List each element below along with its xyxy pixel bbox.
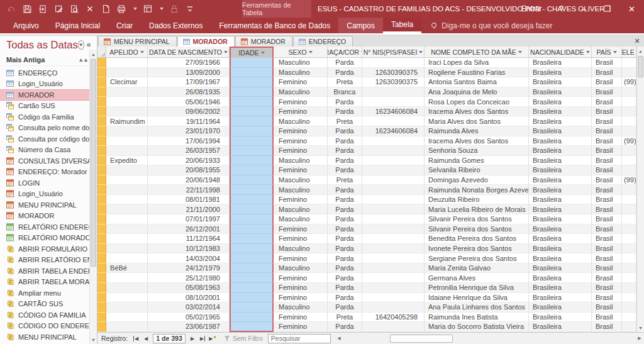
cell[interactable]: Ana Joaquina de Melo [425, 87, 529, 97]
cell[interactable] [622, 234, 636, 244]
cell[interactable] [106, 313, 148, 323]
cell[interactable]: Parda [328, 244, 362, 254]
cell[interactable] [106, 273, 148, 283]
cell[interactable]: 16420405298 [362, 313, 425, 323]
doc-tab-morador[interactable]: MORADOR [177, 36, 235, 47]
cell[interactable]: Feminino [274, 234, 328, 244]
delete-icon[interactable] [85, 4, 95, 14]
scrollbar-thumb[interactable] [638, 56, 643, 77]
cell[interactable] [362, 293, 425, 303]
cell[interactable]: Domingas Azevedo [425, 175, 529, 186]
cell[interactable]: Selvanila Ribeiro [425, 165, 529, 175]
cell[interactable] [230, 253, 274, 264]
cell[interactable]: Brasil [592, 204, 622, 214]
cell[interactable] [230, 77, 274, 87]
column-header-n-nis-pis-pasei[interactable]: N° NIS(PIS/PASEI [362, 47, 425, 58]
previous-record-button[interactable]: ◀ [141, 334, 151, 343]
cell[interactable]: Feminino [274, 322, 328, 332]
cell[interactable]: 12630390375 [362, 77, 425, 87]
cell[interactable]: Feminino [274, 165, 328, 175]
cell[interactable] [362, 264, 425, 274]
record-selector[interactable] [97, 253, 106, 264]
cell[interactable]: Masculino [274, 214, 328, 225]
record-selector[interactable] [97, 97, 106, 107]
cell[interactable]: Parda [328, 273, 362, 283]
cell[interactable]: Silvanir Pereira dos Santos [425, 225, 529, 235]
cell[interactable]: Deuzuita Ribeiro [425, 195, 529, 205]
cell[interactable]: Masculino [274, 264, 328, 274]
record-selector[interactable] [97, 214, 106, 225]
cell[interactable]: 26/03/1957 [148, 146, 230, 156]
nav-group-header[interactable]: Mais Antiga ▲▲ [0, 53, 97, 66]
cell[interactable]: Brasil [592, 116, 622, 126]
record-selector[interactable] [97, 136, 106, 147]
record-selector[interactable] [97, 58, 106, 68]
column-header-sexo[interactable]: SEXO [274, 47, 328, 58]
cell[interactable]: Iracema Alves dos Santos [425, 107, 529, 117]
cell[interactable]: Maria do Socorro Batista Vieira [425, 322, 529, 332]
cell[interactable]: 05/06/1946 [148, 97, 230, 107]
cell[interactable] [622, 165, 636, 175]
cell[interactable]: Brasileira [529, 185, 592, 195]
cell[interactable] [106, 165, 148, 175]
cell[interactable]: Parda [328, 146, 362, 156]
record-selector[interactable] [97, 273, 106, 283]
cell[interactable] [622, 225, 636, 235]
record-selector[interactable] [97, 165, 106, 175]
record-selector[interactable] [97, 126, 106, 136]
ribbon-tab-arquivo[interactable]: Arquivo [5, 18, 47, 33]
cell[interactable]: Masculino [274, 185, 328, 195]
cell[interactable]: Brasileira [529, 126, 592, 136]
cell[interactable] [230, 175, 274, 186]
cell[interactable]: Brasileira [529, 204, 592, 214]
cell[interactable] [230, 293, 274, 303]
record-selector[interactable] [97, 195, 106, 205]
cell[interactable]: 08/01/1981 [148, 195, 230, 205]
cell[interactable]: Brasil [592, 165, 622, 175]
record-selector[interactable] [97, 313, 106, 323]
cell[interactable]: Ivonete Pereira dos Santos [425, 244, 529, 254]
cell[interactable]: Brasil [592, 185, 622, 195]
cell[interactable]: Brasil [592, 136, 622, 147]
cell[interactable]: Brasil [592, 68, 622, 78]
cell[interactable]: Raimundim [106, 116, 148, 126]
cell[interactable]: Parda [328, 283, 362, 293]
cell[interactable] [106, 126, 148, 136]
cell[interactable]: Raimunda Ines Batista [425, 313, 529, 323]
cell[interactable] [106, 204, 148, 214]
cell[interactable]: Brasil [592, 97, 622, 107]
cell[interactable] [106, 185, 148, 195]
cell[interactable]: Masculino [274, 156, 328, 166]
sidebar-item-menu-principal[interactable]: MENU PRINCIPAL [0, 199, 89, 211]
sidebar-item-c-digo-da-familia[interactable]: CÓDIGO DA FAMILIA [0, 309, 89, 321]
cell[interactable]: 12630390375 [362, 68, 425, 78]
scroll-up-icon[interactable]: ▲ [90, 50, 97, 58]
cell[interactable]: 05/02/1965 [148, 313, 230, 323]
cell[interactable]: Sergiane Pereira dos Santos [425, 253, 529, 264]
cell[interactable]: Preta [328, 77, 362, 87]
cell[interactable] [622, 283, 636, 293]
cell[interactable] [622, 116, 636, 126]
cell[interactable]: 23/01/1970 [148, 126, 230, 136]
cell[interactable] [362, 322, 425, 332]
cell[interactable]: 16234606084 [362, 126, 425, 136]
cell[interactable]: Brasileira [529, 214, 592, 225]
sidebar-item-cart-o-sus[interactable]: CARTÃO SUS [0, 299, 89, 310]
filter-status[interactable]: Sem Filtro [224, 335, 263, 342]
cell[interactable]: Brasileira [529, 195, 592, 205]
cell[interactable]: Masculino [274, 58, 328, 68]
cell[interactable]: Parda [328, 234, 362, 244]
record-selector[interactable] [97, 302, 106, 313]
cell[interactable] [106, 146, 148, 156]
cell[interactable] [106, 225, 148, 235]
cell[interactable] [230, 116, 274, 126]
cell[interactable]: Brasileira [529, 136, 592, 147]
cell[interactable] [622, 204, 636, 214]
cell[interactable] [106, 253, 148, 264]
record-selector[interactable] [97, 116, 106, 126]
cell[interactable]: Brasileira [529, 146, 592, 156]
cell[interactable]: Brasil [592, 156, 622, 166]
cell[interactable] [106, 234, 148, 244]
cell[interactable]: 19/11/1964 [148, 116, 230, 126]
cell[interactable]: 20/06/1933 [148, 156, 230, 166]
